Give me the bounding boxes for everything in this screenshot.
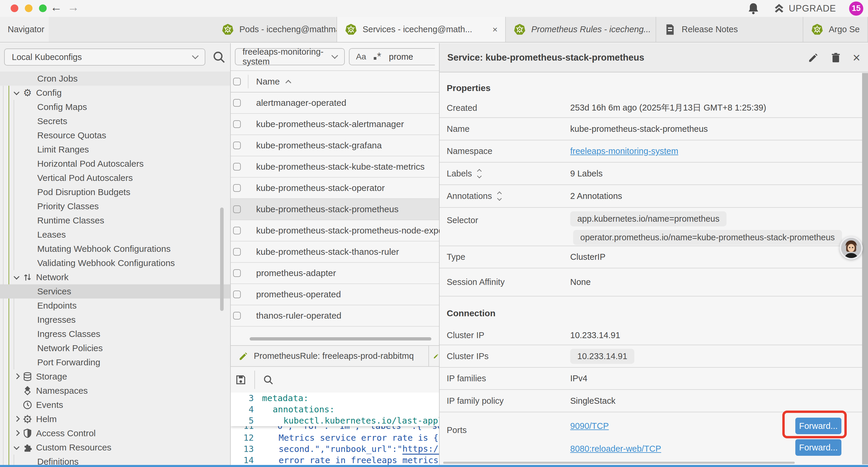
delete-icon[interactable] bbox=[830, 52, 841, 63]
tab-close-icon[interactable]: × bbox=[493, 25, 498, 35]
selector-chip[interactable]: app.kubernetes.io/name=prometheus bbox=[570, 211, 726, 226]
horizontal-scrollbar[interactable] bbox=[250, 337, 431, 341]
table-row[interactable]: kube-prometheus-stack-operator bbox=[231, 178, 439, 199]
tree-item[interactable]: Leases bbox=[0, 228, 230, 242]
select-all-checkbox[interactable] bbox=[233, 78, 241, 85]
tree-chevron-icon[interactable] bbox=[13, 90, 20, 96]
cluster-ips-chip[interactable]: 10.233.14.91 bbox=[570, 349, 634, 364]
tree-item[interactable]: Services bbox=[0, 284, 230, 298]
upgrade-button[interactable]: UPGRADE bbox=[773, 3, 836, 14]
tree-item[interactable]: Limit Ranges bbox=[0, 143, 230, 157]
tree-item[interactable]: Namespaces bbox=[0, 384, 230, 398]
tree-item[interactable]: Storage bbox=[0, 370, 230, 384]
match-case-toggle[interactable]: Aa bbox=[356, 52, 366, 61]
kubeconfig-select[interactable]: Local Kubeconfigs bbox=[4, 49, 205, 66]
table-row[interactable]: prometheus-adapter bbox=[231, 263, 439, 284]
editor-tab[interactable]: PrometheusRule: freeleaps-prod-rabbitmq bbox=[231, 346, 429, 366]
workspace-tab[interactable]: Services - icecheng@math... × bbox=[337, 17, 506, 42]
tree-chevron-icon[interactable] bbox=[13, 373, 20, 380]
tree-item[interactable]: Network bbox=[0, 270, 230, 284]
tree-chevron-icon[interactable] bbox=[13, 430, 20, 437]
avatar[interactable] bbox=[840, 236, 863, 260]
tree-item[interactable]: Custom Resources bbox=[0, 440, 230, 455]
workspace-tab[interactable]: Release Notes bbox=[656, 17, 803, 42]
close-icon[interactable]: × bbox=[852, 51, 860, 64]
forward-button[interactable]: → bbox=[67, 1, 79, 14]
row-checkbox[interactable] bbox=[233, 142, 241, 149]
table-row[interactable]: kube-prometheus-stack-prometheus bbox=[231, 199, 439, 220]
namespace-link[interactable]: freeleaps-monitoring-system bbox=[570, 146, 678, 156]
tree-item[interactable]: Vertical Pod Autoscalers bbox=[0, 171, 230, 185]
tree-item[interactable]: Port Forwarding bbox=[0, 355, 230, 370]
edit-icon[interactable] bbox=[808, 52, 819, 63]
expand-collapse-icon[interactable] bbox=[498, 192, 501, 200]
tree-item[interactable]: Mutating Webhook Configurations bbox=[0, 242, 230, 256]
tree-item[interactable]: Endpoints bbox=[0, 298, 230, 313]
row-checkbox[interactable] bbox=[233, 99, 241, 107]
table-row[interactable]: kube-prometheus-stack-prometheus-node-ex… bbox=[231, 220, 439, 241]
navigator-tab[interactable]: Navigator bbox=[0, 17, 49, 42]
workspace-tab[interactable]: Pods - icecheng@mathmas... bbox=[214, 17, 337, 42]
tree-item[interactable]: Events bbox=[0, 398, 230, 412]
row-checkbox[interactable] bbox=[233, 269, 241, 277]
row-checkbox[interactable] bbox=[233, 248, 241, 256]
row-checkbox[interactable] bbox=[233, 184, 241, 192]
row-checkbox[interactable] bbox=[233, 312, 241, 320]
tree-item[interactable]: Priority Classes bbox=[0, 199, 230, 213]
tree-item[interactable]: Validating Webhook Configurations bbox=[0, 256, 230, 270]
tree-chevron-icon[interactable] bbox=[13, 444, 20, 451]
tree-item[interactable]: Ingress Classes bbox=[0, 327, 230, 341]
tree-item[interactable]: Helm bbox=[0, 412, 230, 426]
row-checkbox[interactable] bbox=[233, 227, 241, 234]
row-checkbox[interactable] bbox=[233, 120, 241, 128]
table-row[interactable]: thanos-ruler-operated bbox=[231, 305, 439, 327]
selector-chip[interactable]: operator.prometheus.io/name=kube-prometh… bbox=[573, 230, 842, 245]
row-checkbox[interactable] bbox=[233, 205, 241, 213]
search-icon[interactable] bbox=[212, 50, 226, 64]
navigator-scrollbar[interactable] bbox=[220, 207, 224, 311]
tree-item[interactable]: Access Control bbox=[0, 426, 230, 440]
tree-chevron-icon[interactable] bbox=[13, 416, 20, 422]
editor-search-icon[interactable] bbox=[262, 374, 274, 385]
tree-item[interactable]: Horizontal Pod Autoscalers bbox=[0, 157, 230, 171]
table-row[interactable]: alertmanager-operated bbox=[231, 92, 439, 114]
tree-chevron-icon[interactable] bbox=[13, 274, 20, 281]
minimize-window-button[interactable] bbox=[25, 4, 32, 12]
detail-horizontal-scrollbar[interactable] bbox=[443, 462, 795, 464]
tree-item[interactable]: Cron Jobs bbox=[0, 71, 230, 86]
close-window-button[interactable] bbox=[11, 4, 18, 12]
notification-badge[interactable]: 15 bbox=[849, 1, 863, 16]
table-row[interactable]: kube-prometheus-stack-grafana bbox=[231, 135, 439, 156]
editor-tab-partial[interactable] bbox=[429, 346, 439, 366]
name-column-header[interactable]: Name bbox=[256, 77, 280, 87]
row-checkbox[interactable] bbox=[233, 163, 241, 171]
row-checkbox[interactable] bbox=[233, 291, 241, 298]
workspace-tab[interactable]: Prometheus Rules - icecheng... bbox=[506, 17, 656, 42]
tree-item[interactable]: Resource Quotas bbox=[0, 128, 230, 143]
yaml-editor[interactable]: 3metadata: 4annotations: 5kubectl.kubern… bbox=[231, 392, 439, 467]
tree-item[interactable]: Pod Disruption Budgets bbox=[0, 185, 230, 199]
table-row[interactable]: kube-prometheus-stack-thanos-ruler bbox=[231, 241, 439, 263]
table-row[interactable]: prometheus-operated bbox=[231, 284, 439, 305]
expand-collapse-icon[interactable] bbox=[478, 170, 481, 178]
port-link[interactable]: 9090/TCP bbox=[570, 421, 661, 431]
filter-search-input[interactable]: Aa * prome bbox=[349, 48, 435, 65]
save-icon[interactable] bbox=[235, 374, 247, 386]
forward-button[interactable]: Forward... bbox=[795, 439, 841, 456]
sort-ascending-icon[interactable] bbox=[285, 80, 291, 86]
tree-item[interactable]: Runtime Classes bbox=[0, 213, 230, 228]
tree-item[interactable]: Ingresses bbox=[0, 313, 230, 327]
namespace-select[interactable]: freeleaps-monitoring-system bbox=[235, 48, 345, 65]
table-row[interactable]: kube-prometheus-stack-kube-state-metrics bbox=[231, 156, 439, 178]
tree-item[interactable]: Config bbox=[0, 86, 230, 100]
code-link[interactable]: https://net bbox=[402, 444, 439, 455]
port-link[interactable]: 8080:reloader-web/TCP bbox=[570, 444, 661, 454]
workspace-tab[interactable]: Argo Se bbox=[803, 17, 868, 42]
tree-item[interactable]: Network Policies bbox=[0, 341, 230, 355]
table-row[interactable]: kube-prometheus-stack-alertmanager bbox=[231, 114, 439, 135]
bell-icon[interactable] bbox=[746, 1, 761, 16]
detail-scrollbar[interactable] bbox=[862, 73, 868, 464]
back-button[interactable]: ← bbox=[50, 1, 62, 14]
tree-item[interactable]: Config Maps bbox=[0, 100, 230, 114]
tree-item[interactable]: Secrets bbox=[0, 114, 230, 128]
